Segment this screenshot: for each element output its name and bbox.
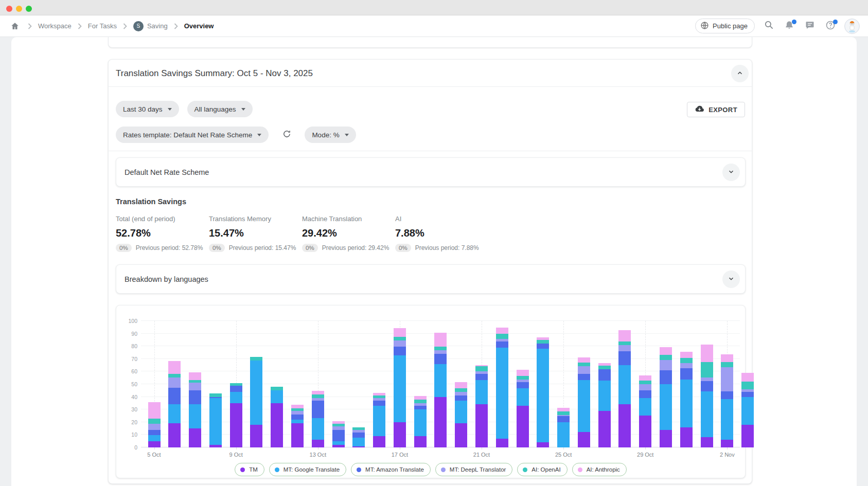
mode-filter[interactable]: Mode: % <box>305 127 356 143</box>
breadcrumb-item-for-tasks[interactable]: For Tasks <box>88 22 117 30</box>
bar-segment <box>680 358 693 363</box>
rate-scheme-title: Default Net Rate Scheme <box>125 158 209 187</box>
bar-19-oct[interactable] <box>434 333 447 447</box>
x-tick <box>482 447 482 449</box>
stat-label: Translations Memory <box>209 215 302 223</box>
bar-23-oct[interactable] <box>517 370 529 447</box>
notification-dot <box>792 20 796 24</box>
bar-segment <box>618 330 631 341</box>
bar-8-oct[interactable] <box>209 393 222 447</box>
home-icon[interactable] <box>8 20 22 33</box>
stat-value: 15.47% <box>209 227 302 239</box>
bar-21-oct[interactable] <box>475 365 488 447</box>
bar-13-oct[interactable] <box>312 391 324 447</box>
bar-segment <box>189 372 201 380</box>
bar-28-oct[interactable] <box>618 330 631 447</box>
close-window-button[interactable] <box>6 6 12 12</box>
chevron-right-icon <box>78 23 82 29</box>
bar-14-oct[interactable] <box>332 421 345 447</box>
rates-template-filter[interactable]: Rates template: Default Net Rate Scheme <box>116 127 269 143</box>
bar-12-oct[interactable] <box>291 405 304 447</box>
search-button[interactable] <box>762 20 775 33</box>
content-container: Translation Savings Summary: Oct 5 - Nov… <box>11 37 857 486</box>
bar-segment <box>148 419 161 424</box>
breadcrumb-item-saving[interactable]: SSaving <box>133 21 168 31</box>
bar-24-oct[interactable] <box>537 337 549 447</box>
bar-segment <box>660 370 672 384</box>
legend-mt-amazon-translate[interactable]: MT: Amazon Translate <box>351 463 431 476</box>
bar-25-oct[interactable] <box>557 408 570 447</box>
bar-22-oct[interactable] <box>496 328 508 447</box>
bar-segment <box>598 369 611 381</box>
bar-18-oct[interactable] <box>414 396 427 447</box>
bar-segment <box>517 388 529 406</box>
bar-segment <box>517 376 529 380</box>
user-avatar[interactable] <box>844 19 860 34</box>
bar-17-oct[interactable] <box>394 328 406 447</box>
notifications-button[interactable] <box>783 20 796 33</box>
bar-30-oct[interactable] <box>660 347 672 447</box>
bar-1-nov[interactable] <box>701 345 713 447</box>
bar-2-nov[interactable] <box>721 354 733 447</box>
help-button[interactable] <box>824 20 837 33</box>
collapse-summary-button[interactable] <box>731 65 749 82</box>
bar-segment <box>517 370 529 376</box>
x-tick <box>645 447 646 449</box>
breadcrumb-item-overview[interactable]: Overview <box>184 22 214 30</box>
bar-segment <box>189 428 201 447</box>
bar-segment <box>557 416 570 422</box>
stat-change-badge: 0% <box>395 244 411 252</box>
bar-segment <box>455 388 467 392</box>
expand-breakdown-button[interactable] <box>722 271 740 288</box>
legend-ai-anthropic[interactable]: AI: Anthropic <box>572 463 627 476</box>
legend-label: AI: OpenAI <box>532 466 560 473</box>
minimize-window-button[interactable] <box>16 6 22 12</box>
legend-tm[interactable]: TM <box>235 463 264 476</box>
languages-filter[interactable]: All languages <box>187 101 253 117</box>
bar-segment <box>598 411 611 447</box>
bar-5-oct[interactable] <box>148 402 161 447</box>
bar-segment <box>721 440 733 447</box>
bar-6-oct[interactable] <box>168 361 181 447</box>
bar-27-oct[interactable] <box>598 363 611 447</box>
bar-11-oct[interactable] <box>271 387 283 447</box>
rate-scheme-section[interactable]: Default Net Rate Scheme <box>116 157 746 187</box>
bar-16-oct[interactable] <box>373 393 385 447</box>
bar-segment <box>148 430 161 435</box>
bar-segment <box>312 394 324 398</box>
refresh-button[interactable] <box>280 128 293 141</box>
breadcrumb-item-workspace[interactable]: Workspace <box>38 22 72 30</box>
bar-segment <box>475 374 488 380</box>
stat-label: AI <box>395 215 488 223</box>
bar-segment <box>618 345 631 351</box>
breakdown-section[interactable]: Breakdown by languages <box>116 264 746 294</box>
bar-segment <box>721 362 733 367</box>
expand-rate-scheme-button[interactable] <box>722 164 740 181</box>
bar-segment <box>271 403 283 447</box>
bar-29-oct[interactable] <box>639 375 651 447</box>
bar-10-oct[interactable] <box>250 357 262 447</box>
zoom-window-button[interactable] <box>26 6 32 12</box>
bar-26-oct[interactable] <box>578 357 590 447</box>
bar-15-oct[interactable] <box>352 427 365 447</box>
bar-segment <box>537 349 549 442</box>
bar-segment <box>189 404 201 428</box>
bar-segment <box>639 381 651 384</box>
bar-7-oct[interactable] <box>189 372 201 447</box>
date-range-filter[interactable]: Last 30 days <box>116 101 179 117</box>
bar-31-oct[interactable] <box>680 352 693 447</box>
bar-segment <box>250 425 262 447</box>
y-axis-label: 90 <box>131 331 137 337</box>
bar-segment <box>721 399 733 440</box>
legend-ai-openai[interactable]: AI: OpenAI <box>517 463 567 476</box>
bar-segment <box>394 355 406 422</box>
bar-9-oct[interactable] <box>230 383 242 447</box>
export-button[interactable]: EXPORT <box>687 102 745 117</box>
legend-mt-deepl-translator[interactable]: MT: DeepL Translator <box>435 463 513 476</box>
public-page-button[interactable]: Public page <box>695 19 755 33</box>
legend-label: MT: Google Translate <box>284 466 340 473</box>
legend-mt-google-translate[interactable]: MT: Google Translate <box>269 463 346 476</box>
bar-20-oct[interactable] <box>455 382 467 447</box>
bar-3-nov[interactable] <box>741 373 754 447</box>
messages-button[interactable] <box>803 20 817 33</box>
